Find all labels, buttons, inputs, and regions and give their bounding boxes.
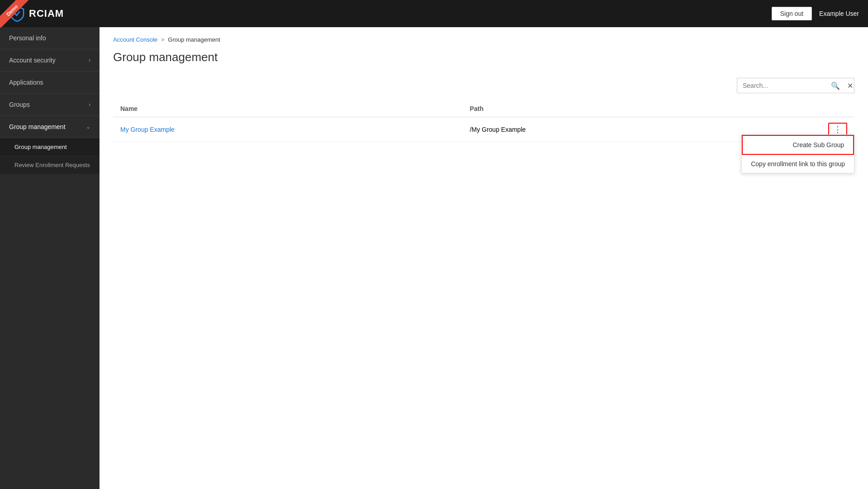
sidebar-sub-item-label: Review Enrollment Requests [14, 162, 90, 168]
sidebar-item-label: Groups [9, 101, 30, 108]
search-button[interactable]: 🔍 [827, 79, 844, 93]
column-header-name: Name [113, 101, 463, 117]
table-row: My Group Example /My Group Example ⋮ Cre… [113, 117, 854, 142]
breadcrumb-separator: > [161, 37, 164, 43]
copy-enrollment-link-item[interactable]: Copy enrollment link to this group [742, 155, 854, 173]
search-input-wrapper: 🔍 ✕ [737, 78, 854, 93]
sidebar-item-review-enrollment[interactable]: Review Enrollment Requests [0, 156, 100, 174]
chevron-right-icon: › [89, 101, 90, 108]
group-name-cell: My Group Example [113, 117, 463, 142]
signout-button[interactable]: Sign out [772, 7, 812, 20]
column-header-path: Path [463, 101, 821, 117]
navbar-actions: Sign out Example User [772, 7, 859, 20]
breadcrumb-parent-link[interactable]: Account Console [113, 36, 157, 43]
sidebar-item-group-management-sub[interactable]: Group management [0, 138, 100, 156]
actions-dropdown: Create Sub Group Copy enrollment link to… [741, 134, 854, 173]
navbar: Demo RCIAM Sign out Example User [0, 0, 868, 27]
page-title: Group management [113, 50, 854, 64]
breadcrumb: Account Console > Group management [113, 36, 854, 43]
groups-table: Name Path My Group Example /My Group Exa… [113, 101, 854, 142]
group-name-link[interactable]: My Group Example [120, 126, 175, 133]
app-name: RCIAM [29, 8, 64, 19]
layout: Personal info Account security › Applica… [0, 27, 868, 489]
breadcrumb-current: Group management [168, 36, 220, 43]
create-sub-group-item[interactable]: Create Sub Group [742, 135, 854, 155]
sidebar-item-label: Group management [9, 123, 66, 130]
search-bar: 🔍 ✕ [113, 78, 854, 93]
sidebar: Personal info Account security › Applica… [0, 27, 100, 489]
sidebar-item-account-security[interactable]: Account security › [0, 49, 100, 72]
search-clear-button[interactable]: ✕ [844, 79, 857, 93]
demo-ribbon: Demo [0, 0, 32, 32]
sidebar-item-applications[interactable]: Applications [0, 72, 100, 94]
sidebar-sub-item-label: Group management [14, 144, 67, 150]
demo-label: Demo [0, 0, 30, 28]
sidebar-sub-menu: Group management Review Enrollment Reque… [0, 138, 100, 174]
row-actions-cell: ⋮ Create Sub Group Copy enrollment link … [821, 117, 854, 142]
username-label: Example User [819, 10, 859, 17]
chevron-right-icon: › [89, 57, 90, 63]
sidebar-item-label: Applications [9, 79, 43, 86]
sidebar-item-label: Personal info [9, 34, 46, 42]
sidebar-item-label: Account security [9, 57, 56, 64]
main-content: Account Console > Group management Group… [100, 27, 868, 489]
search-input[interactable] [737, 78, 827, 93]
sidebar-item-group-management[interactable]: Group management ⌄ [0, 116, 100, 138]
main-inner: Account Console > Group management Group… [100, 27, 868, 489]
column-header-actions [821, 101, 854, 117]
sidebar-item-groups[interactable]: Groups › [0, 94, 100, 116]
chevron-down-icon: ⌄ [86, 124, 90, 130]
